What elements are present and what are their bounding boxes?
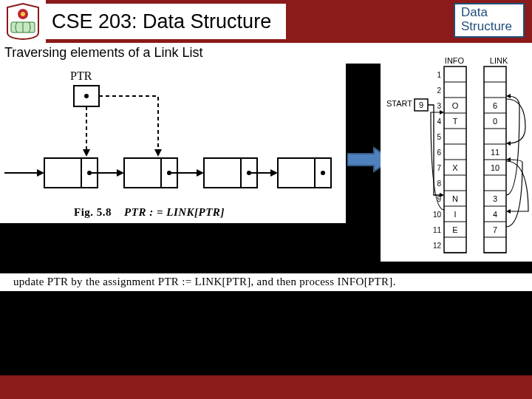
svg-marker-60 (440, 110, 444, 115)
footer-bar (0, 375, 532, 399)
link-cell: 0 (493, 117, 497, 126)
title-area: CSE 203: Data Structure (46, 4, 286, 39)
university-logo-icon (7, 3, 39, 40)
row-index: 12 (433, 242, 442, 250)
badge-line2: Structure (461, 20, 517, 34)
row-index: 4 (437, 117, 441, 126)
row-index: 2 (437, 86, 441, 95)
array-table-figure: INFO LINK START 9 123O64T056117X1089N310… (381, 47, 532, 262)
figure-number: Fig. 5.8 (74, 206, 112, 218)
row-index: 11 (433, 226, 442, 234)
start-value: 9 (419, 100, 423, 109)
info-header: INFO (445, 56, 465, 65)
svg-point-12 (87, 171, 92, 175)
row-index: 5 (437, 133, 441, 141)
svg-marker-14 (117, 169, 124, 177)
svg-point-17 (167, 171, 171, 175)
header-bar: CSE 203: Data Structure Data Structure (0, 0, 532, 43)
figure-expression: PTR : = LINK[PTR] (124, 206, 225, 218)
figure-caption: Fig. 5.8 PTR : = LINK[PTR] (74, 206, 225, 219)
info-cell: X (452, 163, 458, 172)
link-cell: 3 (493, 194, 497, 203)
row-index: 1 (437, 71, 441, 79)
svg-point-22 (247, 171, 251, 175)
link-cell: 4 (493, 210, 497, 219)
svg-marker-6 (83, 149, 90, 157)
row-index: 10 (433, 211, 442, 219)
svg-marker-58 (506, 94, 511, 98)
row-index: 3 (437, 102, 441, 110)
info-cell: T (453, 117, 458, 126)
link-cell: 7 (493, 225, 497, 234)
course-title: CSE 203: Data Structure (52, 10, 271, 33)
svg-marker-24 (270, 169, 278, 177)
topic-badge: Data Structure (454, 3, 525, 38)
linked-list-figure: PTR (0, 64, 346, 223)
svg-marker-59 (506, 209, 511, 214)
link-cell: 11 (491, 148, 499, 157)
svg-marker-9 (37, 169, 44, 177)
svg-marker-19 (197, 169, 204, 177)
row-index: 8 (437, 180, 441, 188)
svg-marker-7 (154, 149, 162, 157)
svg-point-1 (21, 12, 25, 16)
badge-line1: Data (461, 6, 517, 20)
info-cell: N (452, 194, 458, 203)
info-cell: E (452, 225, 457, 234)
svg-point-27 (321, 171, 325, 175)
svg-marker-57 (506, 141, 511, 146)
info-cell: I (454, 210, 456, 219)
svg-point-4 (84, 94, 89, 98)
row-index: 7 (437, 164, 441, 172)
logo-area (0, 0, 46, 43)
row-index: 6 (437, 149, 441, 157)
link-cell: 10 (491, 163, 499, 172)
algorithm-step-text: update PTR by the assignment PTR := LINK… (0, 273, 532, 291)
ptr-label: PTR (70, 69, 92, 82)
link-header: LINK (490, 56, 508, 65)
info-cell: O (452, 101, 459, 110)
link-cell: 6 (493, 101, 497, 110)
slide-subtitle: Traversing elements of a Link List (4, 45, 202, 60)
start-label: START (386, 99, 412, 108)
